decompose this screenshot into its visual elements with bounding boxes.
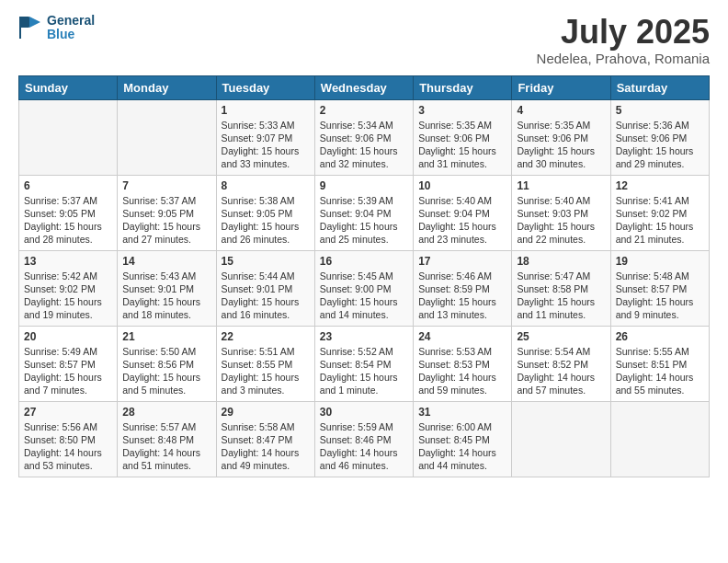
daylight-text: Daylight: 15 hours and 7 minutes. — [24, 371, 112, 396]
sunset-text: Sunset: 8:47 PM — [222, 433, 310, 446]
sunset-text: Sunset: 8:57 PM — [24, 358, 112, 371]
daylight-text: Daylight: 14 hours and 57 minutes. — [517, 371, 605, 396]
cell-content: Sunrise: 5:37 AMSunset: 9:05 PMDaylight:… — [24, 194, 112, 247]
daylight-text: Daylight: 15 hours and 27 minutes. — [122, 220, 210, 246]
day-number: 24 — [418, 330, 506, 343]
sunrise-text: Sunrise: 5:55 AM — [616, 345, 704, 358]
sunset-text: Sunset: 8:51 PM — [616, 358, 704, 371]
day-number: 3 — [418, 104, 506, 117]
sunset-text: Sunset: 9:05 PM — [24, 207, 112, 220]
daylight-text: Daylight: 14 hours and 53 minutes. — [24, 446, 112, 472]
daylight-text: Daylight: 15 hours and 3 minutes. — [222, 371, 310, 396]
sunrise-text: Sunrise: 5:35 AM — [418, 119, 506, 132]
logo-flag-icon — [18, 15, 44, 40]
sunset-text: Sunset: 8:58 PM — [517, 282, 605, 295]
calendar-week-0: 1Sunrise: 5:33 AMSunset: 9:07 PMDaylight… — [19, 99, 710, 175]
calendar-cell: 30Sunrise: 5:59 AMSunset: 8:46 PMDayligh… — [314, 401, 413, 477]
calendar-cell: 9Sunrise: 5:39 AMSunset: 9:04 PMDaylight… — [314, 175, 413, 250]
sunrise-text: Sunrise: 5:49 AM — [24, 345, 112, 358]
sunset-text: Sunset: 8:48 PM — [122, 433, 210, 446]
cell-content: Sunrise: 5:53 AMSunset: 8:53 PMDaylight:… — [418, 345, 506, 397]
day-number: 31 — [418, 406, 506, 419]
cell-content: Sunrise: 5:35 AMSunset: 9:06 PMDaylight:… — [418, 119, 506, 171]
sunrise-text: Sunrise: 6:00 AM — [418, 420, 506, 433]
sunrise-text: Sunrise: 5:41 AM — [616, 194, 704, 207]
day-number: 1 — [222, 104, 310, 117]
sunset-text: Sunset: 8:45 PM — [418, 433, 506, 446]
cell-content: Sunrise: 5:35 AMSunset: 9:06 PMDaylight:… — [517, 119, 605, 171]
sunrise-text: Sunrise: 5:35 AM — [517, 119, 605, 132]
sunrise-text: Sunrise: 5:37 AM — [24, 194, 112, 207]
cell-content: Sunrise: 5:33 AMSunset: 9:07 PMDaylight:… — [222, 119, 310, 171]
cell-content: Sunrise: 5:56 AMSunset: 8:50 PMDaylight:… — [24, 420, 112, 473]
calendar-cell: 1Sunrise: 5:33 AMSunset: 9:07 PMDaylight… — [216, 99, 314, 175]
calendar-cell: 4Sunrise: 5:35 AMSunset: 9:06 PMDaylight… — [512, 99, 610, 175]
sunset-text: Sunset: 9:02 PM — [24, 282, 112, 295]
day-number: 17 — [418, 255, 506, 268]
sunrise-text: Sunrise: 5:38 AM — [222, 194, 310, 207]
cell-content: Sunrise: 5:59 AMSunset: 8:46 PMDaylight:… — [320, 420, 408, 473]
day-number: 27 — [24, 406, 112, 419]
sunset-text: Sunset: 9:03 PM — [517, 207, 605, 220]
day-number: 20 — [24, 330, 112, 343]
daylight-text: Daylight: 15 hours and 33 minutes. — [222, 144, 310, 170]
cell-content: Sunrise: 5:50 AMSunset: 8:56 PMDaylight:… — [122, 345, 210, 397]
day-number: 28 — [122, 406, 210, 419]
calendar-cell: 25Sunrise: 5:54 AMSunset: 8:52 PMDayligh… — [512, 326, 610, 401]
calendar-cell: 2Sunrise: 5:34 AMSunset: 9:06 PMDaylight… — [314, 99, 413, 175]
cell-content: Sunrise: 5:48 AMSunset: 8:57 PMDaylight:… — [616, 270, 704, 322]
daylight-text: Daylight: 15 hours and 19 minutes. — [24, 295, 112, 321]
calendar-week-3: 20Sunrise: 5:49 AMSunset: 8:57 PMDayligh… — [19, 326, 710, 401]
cell-content: Sunrise: 5:37 AMSunset: 9:05 PMDaylight:… — [122, 194, 210, 247]
daylight-text: Daylight: 15 hours and 25 minutes. — [320, 220, 408, 246]
location: Nedelea, Prahova, Romania — [537, 51, 710, 66]
header-tuesday: Tuesday — [216, 75, 314, 99]
sunset-text: Sunset: 8:56 PM — [122, 358, 210, 371]
sunrise-text: Sunrise: 5:52 AM — [320, 345, 408, 358]
day-number: 5 — [616, 104, 704, 117]
cell-content: Sunrise: 5:46 AMSunset: 8:59 PMDaylight:… — [418, 270, 506, 322]
calendar-cell: 23Sunrise: 5:52 AMSunset: 8:54 PMDayligh… — [314, 326, 413, 401]
cell-content: Sunrise: 5:45 AMSunset: 9:00 PMDaylight:… — [320, 270, 408, 322]
sunrise-text: Sunrise: 5:42 AM — [24, 270, 112, 282]
sunrise-text: Sunrise: 5:36 AM — [616, 119, 704, 132]
cell-content: Sunrise: 5:47 AMSunset: 8:58 PMDaylight:… — [517, 270, 605, 322]
cell-content: Sunrise: 5:57 AMSunset: 8:48 PMDaylight:… — [122, 420, 210, 473]
calendar-week-4: 27Sunrise: 5:56 AMSunset: 8:50 PMDayligh… — [19, 401, 710, 477]
day-number: 29 — [222, 406, 310, 419]
calendar-cell: 26Sunrise: 5:55 AMSunset: 8:51 PMDayligh… — [610, 326, 709, 401]
day-number: 10 — [418, 179, 506, 192]
day-number: 22 — [222, 330, 310, 343]
day-number: 25 — [517, 330, 605, 343]
daylight-text: Daylight: 15 hours and 16 minutes. — [222, 295, 310, 321]
sunset-text: Sunset: 9:06 PM — [517, 132, 605, 144]
calendar-week-1: 6Sunrise: 5:37 AMSunset: 9:05 PMDaylight… — [19, 175, 710, 250]
header-sunday: Sunday — [19, 75, 118, 99]
cell-content: Sunrise: 6:00 AMSunset: 8:45 PMDaylight:… — [418, 420, 506, 473]
daylight-text: Daylight: 15 hours and 31 minutes. — [418, 144, 506, 170]
sunset-text: Sunset: 9:04 PM — [418, 207, 506, 220]
calendar-cell: 16Sunrise: 5:45 AMSunset: 9:00 PMDayligh… — [314, 250, 413, 326]
daylight-text: Daylight: 14 hours and 44 minutes. — [418, 446, 506, 472]
logo-blue: Blue — [47, 28, 95, 41]
cell-content: Sunrise: 5:39 AMSunset: 9:04 PMDaylight:… — [320, 194, 408, 247]
calendar-cell: 29Sunrise: 5:58 AMSunset: 8:47 PMDayligh… — [216, 401, 314, 477]
calendar-cell — [118, 99, 216, 175]
sunrise-text: Sunrise: 5:53 AM — [418, 345, 506, 358]
sunrise-text: Sunrise: 5:54 AM — [517, 345, 605, 358]
calendar-cell: 20Sunrise: 5:49 AMSunset: 8:57 PMDayligh… — [19, 326, 118, 401]
calendar-cell: 22Sunrise: 5:51 AMSunset: 8:55 PMDayligh… — [216, 326, 314, 401]
calendar-cell — [19, 99, 118, 175]
cell-content: Sunrise: 5:38 AMSunset: 9:05 PMDaylight:… — [222, 194, 310, 247]
sunset-text: Sunset: 8:50 PM — [24, 433, 112, 446]
daylight-text: Daylight: 15 hours and 22 minutes. — [517, 220, 605, 246]
day-number: 7 — [122, 179, 210, 192]
header-monday: Monday — [118, 75, 216, 99]
sunrise-text: Sunrise: 5:50 AM — [122, 345, 210, 358]
sunset-text: Sunset: 8:57 PM — [616, 282, 704, 295]
daylight-text: Daylight: 15 hours and 28 minutes. — [24, 220, 112, 246]
cell-content: Sunrise: 5:49 AMSunset: 8:57 PMDaylight:… — [24, 345, 112, 397]
day-number: 26 — [616, 330, 704, 343]
sunset-text: Sunset: 8:46 PM — [320, 433, 408, 446]
sunset-text: Sunset: 8:54 PM — [320, 358, 408, 371]
